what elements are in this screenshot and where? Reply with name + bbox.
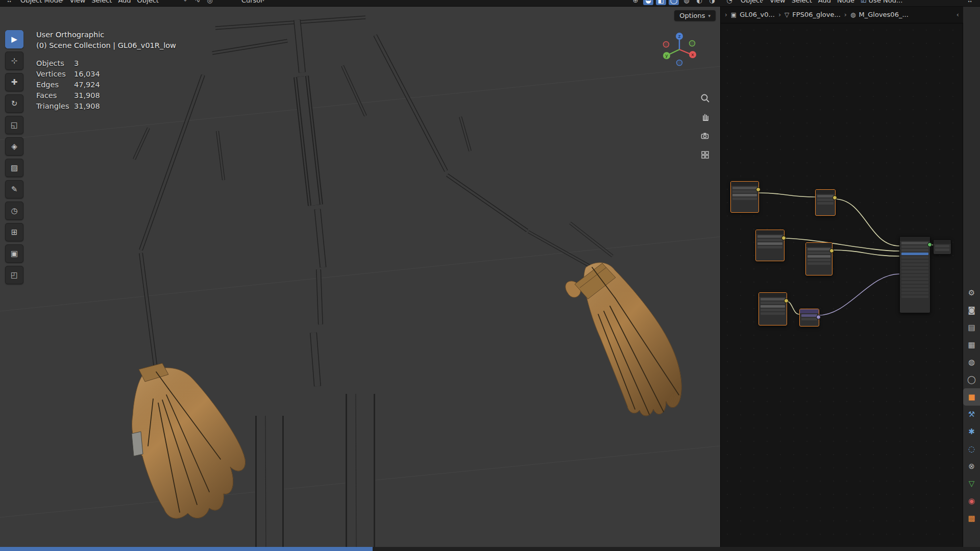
node-header[interactable] [816, 190, 835, 194]
corner-pin-icon: ◰ [11, 270, 18, 280]
node-row [901, 281, 928, 284]
image-texture-node-3[interactable] [805, 242, 832, 276]
axis-x-neg-handle[interactable] [664, 42, 669, 47]
stat-label: Faces [36, 90, 74, 101]
show-gizmo-icon[interactable]: ⊕ [630, 0, 641, 5]
shader-menu-add[interactable]: Add [818, 0, 831, 4]
image-texture-node-2[interactable] [755, 230, 785, 261]
options-dropdown[interactable]: Options ▾ [674, 10, 716, 21]
breadcrumb-item-scene[interactable]: ▣GL06_v0... [731, 11, 775, 18]
camera-view-button[interactable] [698, 129, 712, 143]
menu-view[interactable]: View [69, 0, 85, 4]
select-box-tool[interactable]: ▶ [5, 30, 23, 48]
editor-type-icon[interactable]: ⠿ [4, 0, 14, 5]
glove-left-mesh[interactable] [132, 363, 246, 518]
view-axis-gizmo[interactable]: z x y [660, 30, 698, 68]
normal-map-node[interactable] [799, 309, 819, 327]
image-texture-node-1[interactable] [730, 181, 759, 213]
annotate-lines-tool[interactable]: ▨ [5, 159, 23, 177]
corner-pin-tool[interactable]: ◰ [5, 266, 23, 284]
use-nodes-toggle[interactable]: ☑ Use Nod... [861, 0, 902, 4]
annotate-tool[interactable]: ✎ [5, 180, 23, 198]
material-preview-icon[interactable]: ◐ [694, 0, 704, 5]
output-socket[interactable] [927, 242, 932, 247]
principled-bsdf-node[interactable] [899, 236, 930, 313]
zoom-button[interactable] [698, 91, 712, 105]
pan-button[interactable] [698, 110, 712, 124]
rendered-view-icon[interactable]: ◑ [707, 0, 717, 5]
menu-object[interactable]: Object [137, 0, 159, 4]
node-header[interactable] [731, 182, 758, 186]
node-header[interactable] [900, 237, 930, 241]
node-row [901, 256, 928, 259]
scale-tool[interactable]: ◱ [5, 116, 23, 134]
cursor-dropdown[interactable]: Cursor ▾ [241, 0, 264, 4]
transform-tool[interactable]: ◈ [5, 137, 23, 156]
node-header[interactable] [934, 240, 951, 244]
output-socket[interactable] [784, 298, 789, 303]
properties-tab-physics[interactable]: ◌ [963, 440, 980, 458]
overlays-icon[interactable]: ◒ [643, 0, 653, 5]
output-socket[interactable] [756, 187, 761, 192]
output-socket[interactable] [781, 236, 786, 240]
image-texture-node-4[interactable] [758, 292, 787, 325]
material-output-node[interactable] [933, 239, 951, 255]
panel-resize-arrow[interactable]: ‹ [957, 11, 959, 18]
shader-editor[interactable]: › ▣GL06_v0...›▽FPS06_glove...›◍M_Gloves0… [720, 6, 963, 547]
viewport-3d[interactable]: ▶⊹✚↻◱◈▨✎◷⊞▣◰ User Orthographic (0) Scene… [0, 6, 720, 547]
shader-menu-node[interactable]: Node [837, 0, 854, 4]
properties-tab-view-layer[interactable]: ▦ [963, 336, 980, 354]
glove-right-mesh[interactable] [566, 263, 681, 416]
properties-editor-icon[interactable]: ⠿ [965, 0, 975, 5]
properties-tab-texture[interactable]: ▩ [963, 510, 980, 527]
node-row [901, 285, 928, 287]
wireframe-shading-icon[interactable]: ◯ [669, 0, 679, 5]
shader-menu-view[interactable]: View [770, 0, 786, 4]
toggle-ortho-button[interactable] [698, 148, 712, 162]
add-primitive-tool[interactable]: ▣ [5, 244, 23, 263]
output-socket[interactable] [816, 315, 821, 319]
properties-tab-output[interactable]: ▤ [963, 319, 980, 336]
transform-orientation-icon[interactable]: ⌖ [180, 0, 190, 5]
properties-tab-material[interactable]: ◉ [963, 492, 980, 510]
properties-tab-constraints[interactable]: ⊗ [963, 458, 980, 475]
panel-corner-arrow[interactable]: › [725, 11, 727, 18]
cursor-tool[interactable]: ⊹ [5, 52, 23, 70]
node-header[interactable] [806, 243, 832, 247]
output-socket[interactable] [832, 195, 837, 200]
measure-tool[interactable]: ◷ [5, 202, 23, 220]
axis-z-neg-handle[interactable] [677, 60, 682, 66]
menu-add[interactable]: Add [118, 0, 131, 4]
small-node-1[interactable] [815, 189, 836, 216]
mode-dropdown[interactable]: Object Mode ▾ [20, 0, 63, 4]
properties-tab-modifiers[interactable]: ⚒ [963, 406, 980, 423]
shader-object-selector[interactable]: Object ▾ [741, 0, 764, 4]
node-header[interactable] [759, 293, 787, 297]
breadcrumb-item-object[interactable]: ▽FPS06_glove... [785, 11, 841, 18]
shader-menu-select[interactable]: Select [792, 0, 812, 4]
move-tool[interactable]: ✚ [5, 73, 23, 91]
properties-tab-scene[interactable]: ◍ [963, 354, 980, 371]
breadcrumb-item-material[interactable]: ◍M_Gloves06_... [850, 11, 909, 18]
rotate-tool[interactable]: ↻ [5, 94, 23, 113]
output-socket[interactable] [829, 248, 834, 253]
xray-toggle-icon[interactable]: ◧ [656, 0, 666, 5]
add-cube-tool[interactable]: ⊞ [5, 223, 23, 241]
solid-shading-icon[interactable]: ◍ [681, 0, 692, 5]
node-header[interactable] [756, 230, 784, 234]
snap-magnet-icon[interactable]: ∿ [192, 0, 203, 5]
node-header[interactable] [800, 309, 819, 313]
properties-tab-tool[interactable]: ⚙ [963, 284, 980, 302]
viewport-toolbar: ▶⊹✚↻◱◈▨✎◷⊞▣◰ [5, 30, 23, 284]
properties-tab-object-data[interactable]: ▽ [963, 475, 980, 492]
shader-type-icon[interactable]: ◔ [724, 0, 734, 5]
properties-tab-particles[interactable]: ✱ [963, 423, 980, 440]
axis-y-neg-handle[interactable] [690, 41, 695, 46]
properties-tab-object[interactable]: ■ [963, 388, 980, 406]
properties-tab-world[interactable]: ◯ [963, 371, 980, 388]
properties-tab-render[interactable]: ◙ [963, 302, 980, 319]
node-row [761, 298, 785, 300]
menu-select[interactable]: Select [91, 0, 112, 4]
proportional-edit-icon[interactable]: ◎ [205, 0, 215, 5]
node-row [817, 198, 834, 201]
